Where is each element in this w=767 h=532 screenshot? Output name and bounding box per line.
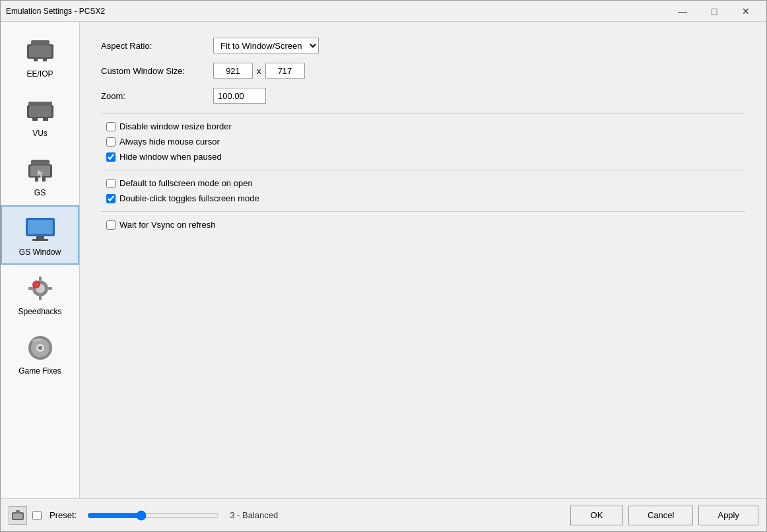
- window-width-input[interactable]: [213, 63, 253, 79]
- aspect-ratio-label: Aspect Ratio:: [101, 41, 213, 51]
- fullscreen-open-row: Default to fullscreen mode on open: [101, 178, 745, 188]
- svg-rect-27: [28, 287, 32, 290]
- vsync-row: Wait for Vsync on refresh: [101, 220, 745, 230]
- dbl-fullscreen-label[interactable]: Double-click toggles fullscreen mode: [119, 193, 259, 203]
- divider-2: [101, 170, 745, 170]
- main-panel: Aspect Ratio: Fit to Window/Screen 4:3 1…: [80, 22, 766, 498]
- svg-rect-28: [48, 287, 52, 290]
- svg-rect-18: [28, 220, 52, 234]
- sidebar-item-gs[interactable]: GS: [1, 146, 79, 205]
- aspect-ratio-select[interactable]: Fit to Window/Screen 4:3 16:9 Stretch: [213, 38, 319, 53]
- zoom-label: Zoom:: [101, 91, 213, 101]
- svg-rect-7: [28, 102, 52, 106]
- title-bar-controls: — □ ✕: [667, 2, 761, 20]
- sidebar-item-gs-label: GS: [34, 188, 46, 197]
- svg-rect-26: [39, 296, 42, 300]
- vsync-label[interactable]: Wait for Vsync on refresh: [119, 220, 215, 230]
- svg-rect-8: [32, 118, 38, 121]
- svg-rect-12: [31, 160, 50, 166]
- game-fixes-icon: [24, 332, 56, 364]
- preset-value: 3 - Balanced: [230, 510, 283, 520]
- custom-window-size-row: Custom Window Size: x: [101, 63, 745, 79]
- aspect-ratio-row: Aspect Ratio: Fit to Window/Screen 4:3 1…: [101, 38, 745, 53]
- content-area: EE/IOP VUs: [1, 22, 766, 498]
- window-title: Emulation Settings - PCSX2: [6, 7, 105, 16]
- sidebar-item-vus-label: VUs: [32, 129, 48, 138]
- divider-1: [101, 113, 745, 114]
- disable-resize-checkbox[interactable]: [106, 122, 116, 131]
- svg-rect-34: [13, 514, 22, 519]
- svg-rect-4: [43, 58, 47, 61]
- svg-rect-25: [39, 277, 42, 281]
- window-size-separator: x: [257, 66, 261, 76]
- maximize-button[interactable]: □: [699, 2, 729, 20]
- sidebar-item-ee-iop[interactable]: EE/IOP: [1, 27, 79, 86]
- svg-rect-3: [34, 58, 38, 61]
- bottom-bar: Preset: 3 - Balanced OK Cancel Apply: [1, 498, 766, 531]
- sidebar-item-game-fixes-label: Game Fixes: [18, 366, 61, 376]
- minimize-button[interactable]: —: [667, 2, 698, 20]
- cancel-button[interactable]: Cancel: [628, 506, 693, 525]
- hide-mouse-row: Always hide mouse cursor: [101, 137, 745, 147]
- svg-rect-9: [43, 118, 48, 121]
- dbl-fullscreen-checkbox[interactable]: [106, 194, 116, 203]
- main-window: Emulation Settings - PCSX2 — □ ✕: [0, 0, 767, 532]
- zoom-input[interactable]: [213, 88, 266, 104]
- speedhacks-icon: [24, 273, 56, 304]
- custom-window-size-label: Custom Window Size:: [101, 66, 213, 76]
- vus-icon: [24, 94, 56, 126]
- sidebar-item-game-fixes[interactable]: Game Fixes: [1, 324, 79, 383]
- svg-rect-13: [35, 178, 38, 182]
- svg-point-32: [38, 346, 42, 350]
- svg-rect-6: [29, 106, 51, 117]
- svg-rect-35: [16, 510, 20, 514]
- zoom-row: Zoom:: [101, 88, 745, 104]
- svg-point-24: [34, 283, 38, 286]
- sidebar-item-gs-window[interactable]: GS Window: [1, 205, 79, 265]
- gs-window-icon: [24, 213, 56, 245]
- svg-rect-14: [42, 178, 46, 182]
- ee-iop-icon: [24, 35, 56, 67]
- ok-button[interactable]: OK: [570, 506, 623, 525]
- hide-paused-label[interactable]: Hide window when paused: [119, 152, 222, 162]
- sidebar-item-vus[interactable]: VUs: [1, 86, 79, 146]
- svg-rect-19: [36, 236, 44, 239]
- svg-rect-2: [31, 40, 50, 46]
- sidebar: EE/IOP VUs: [1, 22, 80, 498]
- sidebar-item-gs-window-label: GS Window: [19, 248, 61, 257]
- title-bar: Emulation Settings - PCSX2 — □ ✕: [1, 1, 766, 22]
- divider-3: [101, 211, 745, 212]
- sidebar-item-speedhacks[interactable]: Speedhacks: [1, 265, 79, 324]
- close-button[interactable]: ✕: [731, 2, 761, 20]
- hide-mouse-checkbox[interactable]: [106, 137, 116, 147]
- window-height-input[interactable]: [265, 63, 305, 79]
- apply-button[interactable]: Apply: [698, 506, 758, 525]
- hide-mouse-label[interactable]: Always hide mouse cursor: [119, 137, 220, 147]
- fullscreen-open-label[interactable]: Default to fullscreen mode on open: [119, 178, 253, 188]
- preset-label: Preset:: [50, 510, 77, 520]
- preset-icon[interactable]: [9, 506, 27, 525]
- preset-slider[interactable]: [87, 510, 219, 521]
- fullscreen-open-checkbox[interactable]: [106, 179, 116, 188]
- hide-paused-checkbox[interactable]: [106, 152, 116, 162]
- svg-rect-1: [29, 46, 51, 57]
- disable-resize-row: Disable window resize border: [101, 121, 745, 131]
- vsync-checkbox[interactable]: [106, 220, 116, 230]
- hide-paused-row: Hide window when paused: [101, 152, 745, 162]
- disable-resize-label[interactable]: Disable window resize border: [119, 121, 232, 131]
- preset-checkbox[interactable]: [32, 511, 42, 520]
- svg-rect-20: [32, 239, 48, 241]
- sidebar-item-speedhacks-label: Speedhacks: [18, 307, 61, 316]
- dbl-fullscreen-row: Double-click toggles fullscreen mode: [101, 193, 745, 203]
- sidebar-item-ee-iop-label: EE/IOP: [26, 69, 53, 79]
- gs-icon: [24, 154, 56, 185]
